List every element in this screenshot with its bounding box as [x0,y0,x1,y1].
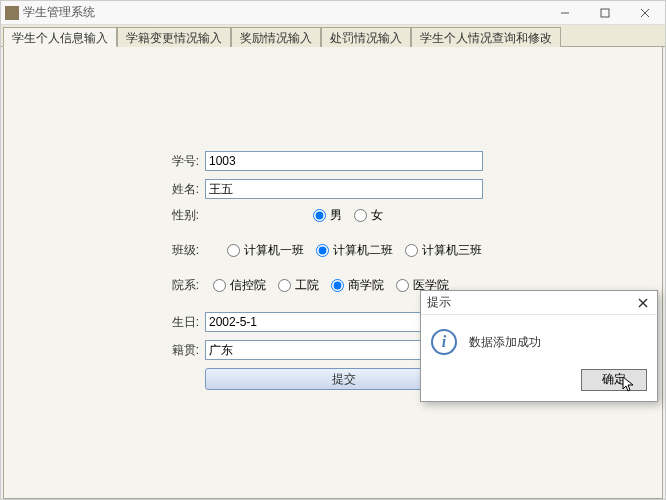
tab-punishment[interactable]: 处罚情况输入 [321,27,411,47]
label-name: 姓名: [159,181,199,198]
dialog-title-text: 提示 [427,294,635,311]
gender-group: 男 女 [205,207,391,224]
gender-male-radio[interactable] [313,209,326,222]
row-gender: 性别: 男 女 [4,207,662,224]
class-group: 计算机一班 计算机二班 计算机三班 [205,242,490,259]
label-department: 院系: [159,277,199,294]
window-controls [545,1,665,24]
close-button[interactable] [625,1,665,25]
dialog-ok-button[interactable]: 确定 [581,369,647,391]
dept-2-radio[interactable] [278,279,291,292]
dialog-close-button[interactable] [635,295,651,311]
tab-status-change[interactable]: 学籍变更情况输入 [117,27,231,47]
tab-query-modify[interactable]: 学生个人情况查询和修改 [411,27,561,47]
gender-male-option[interactable]: 男 [313,207,342,224]
row-student-id: 学号: [4,151,662,171]
class-1-radio[interactable] [227,244,240,257]
label-birthday: 生日: [159,314,199,331]
minimize-button[interactable] [545,1,585,25]
dept-4-radio[interactable] [396,279,409,292]
dept-1-option[interactable]: 信控院 [213,277,266,294]
class-2-radio[interactable] [316,244,329,257]
form-panel: 学号: 姓名: 性别: 男 女 班级: [3,47,663,499]
dept-2-option[interactable]: 工院 [278,277,319,294]
class-2-option[interactable]: 计算机二班 [316,242,393,259]
dialog-body: i 数据添加成功 [421,315,657,365]
class-3-option[interactable]: 计算机三班 [405,242,482,259]
student-id-input[interactable] [205,151,483,171]
label-student-id: 学号: [159,153,199,170]
tab-student-info[interactable]: 学生个人信息输入 [3,27,117,47]
class-1-option[interactable]: 计算机一班 [227,242,304,259]
dialog-message: 数据添加成功 [469,334,541,351]
name-input[interactable] [205,179,483,199]
class-3-radio[interactable] [405,244,418,257]
svg-rect-1 [601,9,609,17]
dept-3-option[interactable]: 商学院 [331,277,384,294]
dept-1-radio[interactable] [213,279,226,292]
titlebar: 学生管理系统 [1,1,665,25]
main-window: 学生管理系统 学生个人信息输入 学籍变更情况输入 奖励情况输入 处罚情况输入 学… [0,0,666,500]
gender-female-option[interactable]: 女 [354,207,383,224]
window-title: 学生管理系统 [23,4,545,21]
info-icon: i [431,329,457,355]
tab-reward[interactable]: 奖励情况输入 [231,27,321,47]
row-name: 姓名: [4,179,662,199]
close-icon [638,298,648,308]
dialog-footer: 确定 [421,365,657,401]
message-dialog: 提示 i 数据添加成功 确定 [420,290,658,402]
label-hometown: 籍贯: [159,342,199,359]
tab-bar: 学生个人信息输入 学籍变更情况输入 奖励情况输入 处罚情况输入 学生个人情况查询… [1,25,665,47]
row-class: 班级: 计算机一班 计算机二班 计算机三班 [4,242,662,259]
dept-3-radio[interactable] [331,279,344,292]
app-icon [5,6,19,20]
label-class: 班级: [159,242,199,259]
gender-female-radio[interactable] [354,209,367,222]
dialog-titlebar: 提示 [421,291,657,315]
label-gender: 性别: [159,207,199,224]
maximize-button[interactable] [585,1,625,25]
